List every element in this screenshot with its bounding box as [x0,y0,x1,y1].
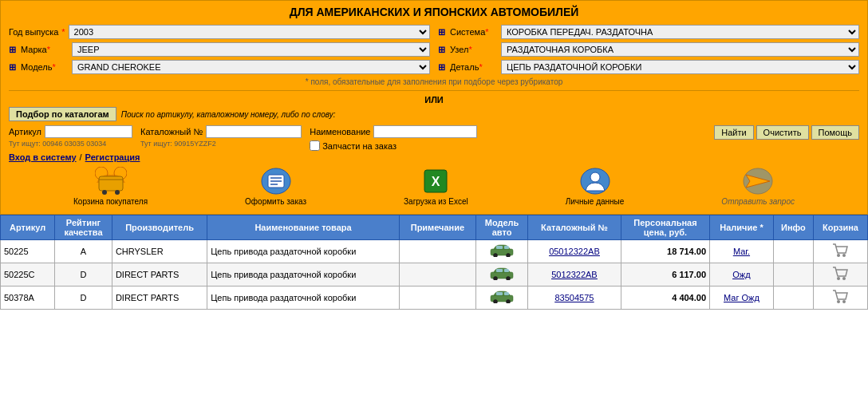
cell-catalog[interactable]: 83504575 [528,287,621,310]
svg-point-25 [507,277,511,281]
order-icon [260,167,292,196]
form-left: Год выпуска * 2003 ⊞ Марка JEEP ⊞ Модель… [9,25,430,74]
col-catalog: Каталожный № [528,215,621,240]
parts-table: Артикул Рейтингкачества Производитель На… [0,215,868,310]
svg-rect-20 [504,246,509,249]
cell-catalog[interactable]: 05012322AB [528,240,621,263]
catalog-num-input[interactable] [206,125,302,138]
cart-icon-label: Корзина покупателя [73,197,148,206]
node-row: ⊞ Узел РАЗДАТОЧНАЯ КОРОБКА [438,42,859,57]
help-button[interactable]: Помощь [811,125,860,140]
year-select[interactable]: 2003 [69,25,430,39]
cell-info [773,287,813,310]
detail-select[interactable]: ЦЕПЬ РАЗДАТОЧНОЙ КОРОБКИ [501,60,859,74]
catalog-link[interactable]: 83504575 [554,293,594,302]
col-avail: Наличие * [710,215,774,240]
cell-cart[interactable] [813,263,867,287]
brand-select[interactable]: JEEP [72,42,430,57]
cell-model [476,263,528,287]
order-checkbox-row: Запчасти на заказ [310,140,706,151]
svg-point-29 [842,277,846,280]
table-row: 50225 A CHRYSLER Цепь привода раздаточно… [1,240,868,263]
cell-price: 18 714.00 [621,240,709,263]
cell-note [399,287,475,310]
article-input[interactable] [45,125,132,138]
order-checkbox-label: Запчасти на заказ [322,141,397,151]
svg-point-32 [507,300,511,304]
form-right: ⊞ Система КОРОБКА ПЕРЕДАЧ. РАЗДАТОЧНА ⊞ … [438,25,859,74]
cell-avail[interactable]: Ожд [710,263,774,287]
catalog-link[interactable]: 05012322AB [549,247,600,256]
svg-point-31 [494,300,498,304]
col-info: Инфо [773,215,813,240]
cell-catalog[interactable]: 5012322AB [528,263,621,287]
cart-icon-item[interactable]: Корзина покупателя [73,167,148,206]
cell-rating: D [55,287,112,310]
cell-rating: A [55,240,112,263]
login-link[interactable]: Вход в систему [9,152,77,162]
cell-note [399,240,475,263]
catalog-num-field-row: Каталожный № [140,125,302,138]
svg-point-28 [837,277,840,280]
svg-text:X: X [432,175,440,188]
send-icon-item[interactable]: Отправить запрос [721,167,795,206]
model-label: Модель [21,62,69,72]
svg-rect-34 [504,292,509,295]
send-icon-label: Отправить запрос [721,197,795,206]
cell-cart[interactable] [813,287,867,310]
excel-icon-label: Загрузка из Excel [404,197,468,206]
catalog-link[interactable]: 5012322AB [551,270,598,279]
cell-note [399,263,475,287]
model-select[interactable]: GRAND CHEROKEE [72,60,430,74]
catalog-button[interactable]: Подбор по каталогам [9,107,116,121]
add-to-cart-button[interactable] [831,297,849,306]
avail-link[interactable]: Ожд [732,270,750,279]
cell-name: Цепь привода раздаточной коробки [207,287,400,310]
clear-button[interactable]: Очистить [756,125,809,140]
icons-row: Корзина покупателя Оформить заказ X Загр… [9,167,859,206]
name-input[interactable] [373,125,477,138]
personal-icon [579,167,611,196]
node-plus-icon[interactable]: ⊞ [438,45,445,55]
cell-name: Цепь привода раздаточной коробки [207,240,400,263]
col-cart: Корзина [813,215,867,240]
name-row: Наименование [310,125,706,138]
svg-point-3 [102,190,107,195]
svg-point-35 [837,300,840,303]
avail-link[interactable]: Маг Ожд [724,293,760,302]
add-to-cart-button[interactable] [831,274,849,283]
cell-avail[interactable]: Маг Ожд [710,287,774,310]
svg-rect-26 [496,269,503,272]
add-to-cart-button[interactable] [831,251,849,260]
model-plus-icon[interactable]: ⊞ [9,62,16,73]
system-select[interactable]: КОРОБКА ПЕРЕДАЧ. РАЗДАТОЧНА [501,25,859,39]
svg-rect-27 [504,269,509,272]
order-icon-label: Оформить заказ [245,197,306,206]
svg-point-14 [590,172,600,182]
cell-article: 50225 [1,240,55,263]
system-plus-icon[interactable]: ⊞ [438,27,445,38]
cell-manufacturer: DIRECT PARTS [112,263,207,287]
cell-avail[interactable]: Маг. [710,240,774,263]
order-icon-item[interactable]: Оформить заказ [245,167,306,206]
year-label: Год выпуска [9,27,58,37]
svg-point-24 [494,277,498,281]
cell-manufacturer: CHRYSLER [112,240,207,263]
cell-info [773,263,813,287]
article-label: Артикул [9,127,41,136]
excel-icon: X [420,167,452,196]
order-checkbox[interactable] [310,140,320,151]
personal-icon-item[interactable]: Личные данные [566,167,625,206]
brand-plus-icon[interactable]: ⊞ [9,45,16,55]
node-select[interactable]: РАЗДАТОЧНАЯ КОРОБКА [501,42,859,57]
register-link[interactable]: Регистрация [85,152,140,162]
avail-link[interactable]: Маг. [733,247,750,256]
find-button[interactable]: Найти [714,125,753,140]
detail-plus-icon[interactable]: ⊞ [438,62,445,73]
excel-icon-item[interactable]: X Загрузка из Excel [404,167,468,206]
svg-point-36 [842,300,846,303]
system-row: ⊞ Система КОРОБКА ПЕРЕДАЧ. РАЗДАТОЧНА [438,25,859,39]
article-hint: Тут ищут: 00946 03035 03034 [9,140,132,148]
cell-cart[interactable] [813,240,867,263]
svg-point-22 [842,254,846,257]
